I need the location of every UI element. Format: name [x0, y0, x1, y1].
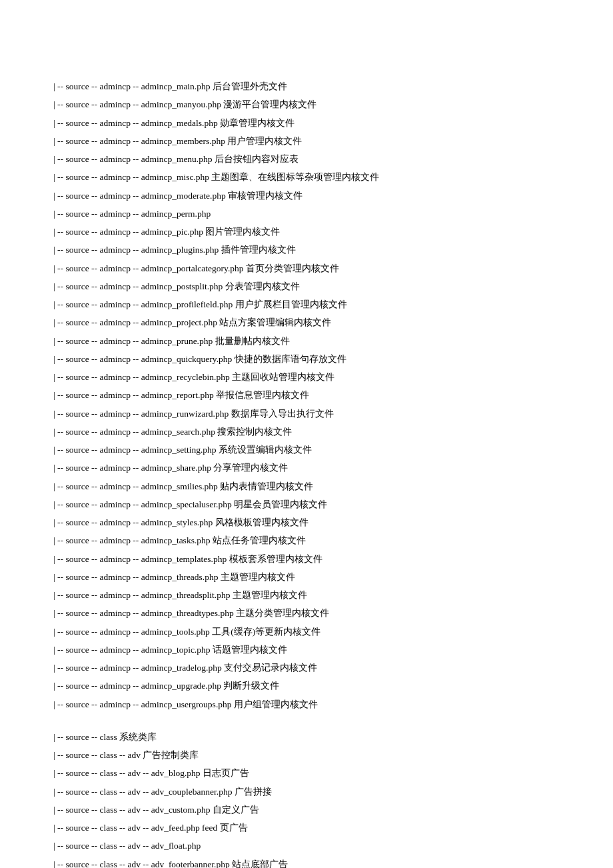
group1-row: | -- source -- admincp -- admincp_specia… [53, 498, 560, 511]
file-path: | -- source -- admincp -- admincp_thread… [53, 590, 231, 600]
group1-row: | -- source -- admincp -- admincp_modera… [53, 189, 560, 203]
file-path: | -- source -- class -- adv -- adv_feed.… [53, 823, 200, 833]
group1-row: | -- source -- admincp -- admincp_report… [53, 389, 560, 402]
file-description: 贴内表情管理内核文件 [218, 481, 313, 491]
group1-row: | -- source -- admincp -- admincp_smilie… [53, 480, 560, 493]
group1-row: | -- source -- admincp -- admincp_tasks.… [53, 534, 560, 547]
file-description: 搜索控制内核文件 [215, 427, 292, 437]
file-path: | -- source -- admincp -- admincp_projec… [53, 317, 217, 327]
file-path: | -- source -- admincp -- admincp_misc.p… [53, 172, 209, 182]
file-description: 后台管理外壳文件 [211, 81, 287, 91]
file-path: | -- source -- admincp -- admincp_profil… [53, 299, 233, 309]
group2-row: | -- source -- class -- adv -- adv_coupl… [53, 785, 560, 799]
group1-row: | -- source -- admincp -- admincp_profil… [53, 298, 560, 311]
file-description: 用户扩展栏目管理内核文件 [233, 299, 346, 309]
file-description: 审核管理内核文件 [226, 191, 303, 201]
group2-row: | -- source -- class -- adv -- adv_float… [53, 839, 560, 853]
file-path: | -- source -- admincp -- admincp_search… [53, 427, 215, 437]
file-description: 站点底部广告 [230, 859, 288, 869]
file-path: | -- source -- admincp -- admincp_medals… [53, 118, 218, 128]
file-description: 自定义广告 [211, 805, 259, 815]
file-description: 后台按钮内容对应表 [213, 154, 299, 164]
file-path: | -- source -- admincp -- admincp_portal… [53, 263, 244, 273]
file-description: 用户管理内核文件 [225, 136, 302, 146]
file-description: 系统类库 [117, 732, 157, 742]
group1-row: | -- source -- admincp -- admincp_recycl… [53, 371, 560, 384]
group1-row: | -- source -- admincp -- admincp_thread… [53, 571, 560, 584]
group1-row: | -- source -- admincp -- admincp_portal… [53, 262, 560, 275]
file-description: 站点方案管理编辑内核文件 [217, 317, 331, 327]
group1-row: | -- source -- admincp -- admincp_projec… [53, 316, 560, 329]
file-path: | -- source -- admincp -- admincp_thread… [53, 608, 234, 618]
file-description: 首页分类管理内核文件 [244, 263, 339, 273]
file-path: | -- source -- admincp -- admincp_member… [53, 136, 225, 146]
file-description: 主题管理内核文件 [231, 590, 307, 600]
file-description: 漫游平台管理内核文件 [221, 99, 316, 109]
file-path: | -- source -- class -- adv -- adv_float… [53, 841, 201, 851]
file-description: 主题分类管理内核文件 [234, 608, 329, 618]
file-description: 广告拼接 [232, 787, 271, 797]
file-path: | -- source -- admincp -- admincp_runwiz… [53, 409, 229, 419]
group2-row: | -- source -- class -- adv -- adv_foote… [53, 858, 560, 869]
group2-row: | -- source -- class 系统类库 [53, 731, 560, 744]
group1-row: | -- source -- admincp -- admincp_thread… [53, 607, 560, 620]
file-path: | -- source -- admincp -- admincp_plugin… [53, 245, 219, 255]
file-description: 主题回收站管理内核文件 [230, 372, 334, 382]
file-description: 支付交易记录内核文件 [222, 663, 317, 673]
file-description: 分表管理内核文件 [223, 281, 299, 291]
file-description: 主题图章、在线图标等杂项管理内核文件 [209, 172, 379, 182]
group1-row: | -- source -- admincp -- admincp_tools.… [53, 625, 560, 639]
file-path: | -- source -- admincp -- admincp_smilie… [53, 481, 218, 491]
file-path: | -- source -- admincp -- admincp_pic.ph… [53, 227, 203, 237]
group1-row: | -- source -- admincp -- admincp_plugin… [53, 243, 560, 257]
file-path: | -- source -- admincp -- admincp_prune.… [53, 336, 213, 346]
group1-row: | -- source -- admincp -- admincp_search… [53, 425, 560, 439]
file-description: 系统设置编辑内核文件 [217, 445, 312, 455]
file-path: | -- source -- admincp -- admincp_recycl… [53, 372, 230, 382]
group2-row: | -- source -- class -- adv -- adv_blog.… [53, 767, 560, 780]
group1-row: | -- source -- admincp -- admincp_main.p… [53, 80, 560, 93]
group2-row: | -- source -- class -- adv 广告控制类库 [53, 749, 560, 762]
group1-row: | -- source -- admincp -- admincp_menu.p… [53, 153, 560, 166]
file-listing: | -- source -- admincp -- admincp_main.p… [53, 80, 560, 868]
file-path: | -- source -- admincp -- admincp_styles… [53, 517, 213, 527]
file-path: | -- source -- class -- adv -- adv_coupl… [53, 787, 232, 797]
group1-row: | -- source -- admincp -- admincp_runwiz… [53, 407, 560, 421]
group1-row: | -- source -- admincp -- admincp_quickq… [53, 353, 560, 366]
file-description: 分享管理内核文件 [211, 463, 288, 473]
group1-row: | -- source -- admincp -- admincp_topic.… [53, 643, 560, 657]
group1-row: | -- source -- admincp -- admincp_upgrad… [53, 679, 560, 693]
file-description: 风格模板管理内核文件 [213, 517, 308, 527]
file-description: 模板套系管理内核文件 [227, 554, 322, 564]
file-description: 用户组管理内核文件 [232, 699, 318, 709]
file-description: 主题管理内核文件 [219, 572, 295, 582]
file-description: 数据库导入导出执行文件 [229, 409, 333, 419]
file-path: | -- source -- class -- adv [53, 750, 141, 760]
file-description: 图片管理内核文件 [203, 227, 280, 237]
file-path: | -- source -- admincp -- admincp_templa… [53, 554, 227, 564]
group1-row: | -- source -- admincp -- admincp_medals… [53, 117, 560, 130]
group2-row: | -- source -- class -- adv -- adv_custo… [53, 803, 560, 817]
file-path: | -- source -- admincp -- admincp_perm.p… [53, 209, 211, 219]
file-path: | -- source -- admincp -- admincp_upgrad… [53, 681, 221, 691]
file-description: 快捷的数据库语句存放文件 [232, 354, 346, 364]
file-path: | -- source -- admincp -- admincp_modera… [53, 191, 226, 201]
file-path: | -- source -- admincp -- admincp_topic.… [53, 645, 211, 655]
group1-row: | -- source -- admincp -- admincp_share.… [53, 461, 560, 475]
file-path: | -- source -- admincp -- admincp_menu.p… [53, 154, 213, 164]
group1-row: | -- source -- admincp -- admincp_usergr… [53, 698, 560, 711]
file-path: | -- source -- class -- adv -- adv_custo… [53, 805, 211, 815]
file-description: 举报信息管理内核文件 [214, 390, 309, 400]
file-description: 话题管理内核文件 [211, 645, 287, 655]
file-path: | -- source -- admincp -- admincp_specia… [53, 499, 232, 509]
file-description: feed 页广告 [200, 823, 248, 833]
file-path: | -- source -- admincp -- admincp_thread… [53, 572, 219, 582]
file-description: 工具(缓存)等更新内核文件 [210, 627, 320, 637]
file-path: | -- source -- admincp -- admincp_postsp… [53, 281, 223, 291]
file-path: | -- source -- admincp -- admincp_manyou… [53, 99, 221, 109]
group1-row: | -- source -- admincp -- admincp_templa… [53, 553, 560, 566]
group1-row: | -- source -- admincp -- admincp_manyou… [53, 98, 560, 111]
group1-row: | -- source -- admincp -- admincp_settin… [53, 443, 560, 457]
group1-row: | -- source -- admincp -- admincp_member… [53, 135, 560, 148]
file-path: | -- source -- admincp -- admincp_tasks.… [53, 535, 211, 545]
